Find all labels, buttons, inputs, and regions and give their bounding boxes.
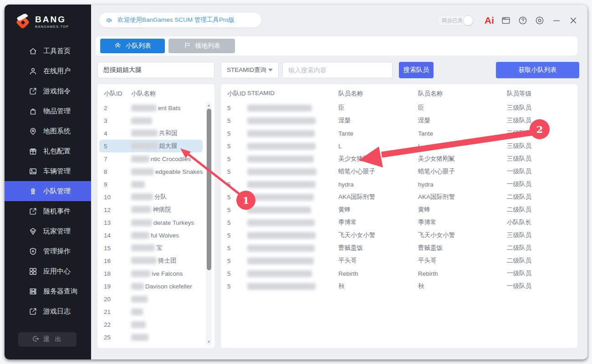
member-row[interactable]: 5 AKA国际刑警 AKA国际刑警 二级队员 bbox=[221, 191, 577, 203]
search-input[interactable] bbox=[282, 62, 393, 78]
redacted-text bbox=[247, 156, 314, 162]
sidebar-item-random-events[interactable]: 随机事件 bbox=[5, 201, 91, 221]
sidebar-item-label: 应用中心 bbox=[43, 267, 71, 276]
member-steamid bbox=[247, 105, 338, 111]
sidebar: BANG BANGAMES.TOP 工具首页 在线用户 游戏指令 物品管理 地图… bbox=[5, 5, 91, 359]
redacted-text bbox=[131, 156, 149, 162]
scrollbar[interactable]: ▲ ▼ bbox=[206, 101, 212, 345]
scrollbar-thumb[interactable] bbox=[207, 109, 211, 270]
member-team-id: 5 bbox=[227, 105, 247, 111]
team-id: 21 bbox=[104, 308, 131, 315]
member-row[interactable]: 5 臣 臣 三级队员 bbox=[221, 101, 577, 114]
member-row[interactable]: 5 hydra hydra 一级队员 bbox=[221, 178, 577, 191]
team-id: 15 bbox=[104, 245, 131, 252]
team-row[interactable]: 10 分队 bbox=[99, 191, 203, 203]
redacted-text bbox=[247, 130, 315, 137]
team-row[interactable]: 18 ive Falcons bbox=[99, 267, 203, 280]
ai-button[interactable]: Ai bbox=[485, 15, 494, 25]
member-rank: 二级队员 bbox=[507, 206, 577, 214]
member-team-id: 5 bbox=[227, 181, 247, 188]
team-row[interactable]: 12 神病院 bbox=[99, 203, 203, 216]
scroll-down-icon[interactable]: ▼ bbox=[206, 339, 212, 344]
member-row[interactable]: 5 Tante Tante 三级队员 bbox=[221, 127, 577, 140]
settings-icon[interactable] bbox=[535, 15, 545, 25]
member-row[interactable]: 5 黄蜂 黄蜂 二级队员 bbox=[221, 203, 577, 216]
scroll-up-icon[interactable]: ▲ bbox=[206, 102, 212, 108]
team-row[interactable]: 5 姐大腿 bbox=[99, 140, 203, 152]
member-rank: 一级队员 bbox=[507, 167, 577, 176]
sidebar-item-game-logs[interactable]: 游戏日志 bbox=[5, 301, 91, 321]
team-row[interactable]: 21 bbox=[99, 305, 203, 318]
team-name bbox=[131, 308, 203, 315]
logout-button[interactable]: 退 出 bbox=[18, 332, 77, 347]
redacted-text bbox=[131, 244, 155, 251]
team-row[interactable]: 2 ent Bats bbox=[99, 101, 203, 114]
minimize-button[interactable] bbox=[551, 15, 561, 25]
tab-team-list[interactable]: 小队列表 bbox=[100, 39, 165, 53]
sidebar-item-item-management[interactable]: 物品管理 bbox=[5, 101, 91, 121]
team-id: 19 bbox=[104, 283, 131, 290]
member-name: Rebirth bbox=[338, 270, 418, 277]
sidebar-item-server-query[interactable]: 服务器查询 bbox=[5, 281, 91, 301]
team-row[interactable]: 8 edgeable Snakes bbox=[99, 165, 203, 178]
sidebar-item-gift-config[interactable]: 礼包配置 bbox=[5, 141, 91, 161]
sidebar-item-map-system[interactable]: 地图系统 bbox=[5, 121, 91, 141]
member-row[interactable]: 5 L L 三级队员 bbox=[221, 140, 577, 152]
window-icon[interactable] bbox=[501, 15, 511, 25]
app-logo: BANG BANGAMES.TOP bbox=[5, 5, 91, 29]
member-team-id: 5 bbox=[227, 283, 247, 290]
team-row[interactable]: 22 bbox=[99, 318, 203, 331]
tab-label: 领地列表 bbox=[195, 42, 220, 50]
sidebar-item-label: 地图系统 bbox=[43, 127, 71, 136]
sync-toggle-label: 同步已关 bbox=[437, 17, 463, 24]
member-row[interactable]: 5 秋 秋 一级队员 bbox=[221, 280, 577, 293]
close-button[interactable] bbox=[568, 15, 578, 25]
sidebar-item-home[interactable]: 工具首页 bbox=[5, 41, 91, 61]
team-row[interactable]: 20 bbox=[99, 293, 203, 305]
export-icon bbox=[29, 87, 37, 96]
sidebar-item-vehicle-management[interactable]: 车辆管理 bbox=[5, 161, 91, 181]
sync-toggle[interactable]: 同步已关 bbox=[437, 15, 474, 26]
team-row[interactable]: 7 ntic Crocodiles bbox=[99, 152, 203, 165]
member-row[interactable]: 5 平头哥 平头哥 二级队员 bbox=[221, 254, 577, 267]
member-rank: 三级队员 bbox=[507, 142, 577, 150]
search-member-button[interactable]: 搜索队员 bbox=[399, 62, 434, 78]
sidebar-item-label: 游戏指令 bbox=[43, 87, 71, 96]
team-id: 18 bbox=[104, 270, 131, 277]
member-steamid bbox=[247, 130, 338, 137]
member-row[interactable]: 5 季博常 季博常 小队队长 bbox=[221, 216, 577, 229]
team-row[interactable]: 15 宝 bbox=[99, 242, 203, 254]
team-name bbox=[131, 117, 203, 124]
help-icon[interactable] bbox=[518, 15, 528, 25]
team-filter-input[interactable] bbox=[97, 62, 214, 78]
team-row[interactable]: 19 Davison ckefeller bbox=[99, 280, 203, 293]
team-row[interactable]: 9 bbox=[99, 178, 203, 191]
fetch-team-list-button[interactable]: 获取小队列表 bbox=[496, 62, 579, 78]
member-name: 曹贼盖饭 bbox=[338, 244, 418, 252]
team-name: ent Bats bbox=[131, 105, 203, 111]
team-row[interactable]: 16 骑士团 bbox=[99, 254, 203, 267]
team-id: 4 bbox=[104, 130, 131, 137]
redacted-text bbox=[131, 181, 145, 188]
sidebar-item-admin-operations[interactable]: 管理操作 bbox=[5, 241, 91, 261]
team-row[interactable]: 4 共和国 bbox=[99, 127, 203, 140]
member-row[interactable]: 5 美少女猪刚鬣 美少女猪刚鬣 三级队员 bbox=[221, 152, 577, 165]
sidebar-item-app-center[interactable]: 应用中心 bbox=[5, 261, 91, 281]
sidebar-item-player-management[interactable]: 玩家管理 bbox=[5, 221, 91, 241]
team-name bbox=[131, 296, 203, 303]
sidebar-item-game-commands[interactable]: 游戏指令 bbox=[5, 81, 91, 101]
sidebar-item-team-management[interactable]: 小队管理 bbox=[5, 181, 91, 201]
team-row[interactable]: 14 ful Wolves bbox=[99, 229, 203, 242]
member-row[interactable]: 5 飞天小女小警 飞天小女小警 三级队员 bbox=[221, 229, 577, 242]
member-row[interactable]: 5 Rebirth Rebirth 一级队员 bbox=[221, 267, 577, 280]
team-row[interactable]: 25 bbox=[99, 331, 203, 344]
member-row[interactable]: 5 涅槃 涅槃 三级队员 bbox=[221, 114, 577, 127]
sidebar-item-online-users[interactable]: 在线用户 bbox=[5, 61, 91, 81]
team-name: 骑士团 bbox=[131, 257, 203, 265]
tab-territory-list[interactable]: 领地列表 bbox=[168, 39, 235, 53]
team-row[interactable]: 3 bbox=[99, 114, 203, 127]
member-row[interactable]: 5 曹贼盖饭 曹贼盖饭 二级队员 bbox=[221, 242, 577, 254]
member-row[interactable]: 5 蜡笔小心眼子 蜡笔小心眼子 一级队员 bbox=[221, 165, 577, 178]
team-row[interactable]: 13 derate Turkeys bbox=[99, 216, 203, 229]
query-type-select[interactable]: STEAMID查询 bbox=[221, 62, 279, 78]
